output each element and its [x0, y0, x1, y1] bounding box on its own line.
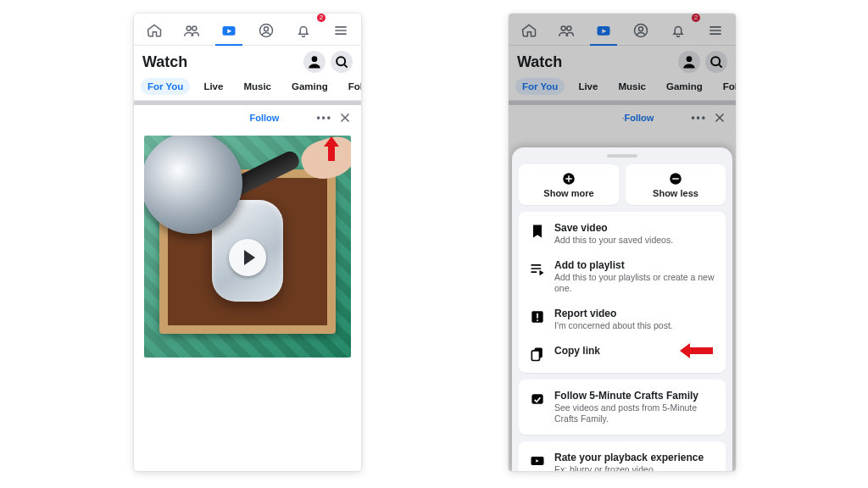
annotation-arrow-to-more — [324, 136, 339, 162]
nav-friends[interactable] — [548, 15, 585, 45]
tab-gaming[interactable]: Gaming — [659, 78, 709, 95]
option-add-to-playlist[interactable]: Add to playlistAdd this to your playlist… — [519, 252, 726, 301]
tab-following[interactable]: Following — [342, 78, 361, 95]
watch-tabs: For You Live Music Gaming Following — [134, 75, 361, 101]
nav-home[interactable] — [510, 15, 548, 45]
nav-profile[interactable] — [248, 15, 285, 45]
option-rate-playback[interactable]: Rate your playback experienceEx: blurry … — [519, 445, 726, 471]
friends-icon — [183, 22, 200, 39]
hamburger-icon — [707, 22, 724, 39]
svg-rect-18 — [537, 319, 538, 321]
annotation-arrow-to-copylink — [680, 343, 714, 358]
svg-point-8 — [567, 26, 571, 30]
hamburger-icon — [332, 22, 349, 39]
follow-link[interactable]: Follow — [625, 113, 654, 123]
report-icon — [529, 308, 546, 325]
bookmark-icon — [529, 223, 546, 240]
bell-icon — [295, 22, 312, 39]
show-less-button[interactable]: Show less — [626, 164, 726, 205]
option-report-video[interactable]: Report videoI'm concerned about this pos… — [519, 301, 726, 338]
phone-right-options-sheet: 2 Watch For You Live Music Gaming Follow… — [509, 14, 736, 471]
minus-circle-icon — [668, 171, 683, 186]
svg-point-13 — [711, 57, 720, 65]
copy-icon — [529, 346, 546, 363]
nav-notifications[interactable]: 2 — [659, 15, 697, 45]
profile-shortcut-button[interactable] — [678, 51, 700, 73]
page-title: Watch — [517, 53, 673, 71]
post-more-button[interactable]: ••• — [313, 112, 336, 124]
svg-point-6 — [337, 57, 345, 65]
search-icon — [708, 53, 725, 70]
option-copy-link[interactable]: Copy link — [519, 338, 726, 369]
nav-home[interactable] — [136, 15, 173, 45]
page-title: Watch — [142, 53, 298, 71]
nav-menu[interactable] — [697, 15, 734, 45]
home-icon — [520, 22, 537, 39]
svg-point-1 — [192, 26, 197, 30]
tab-live[interactable]: Live — [197, 78, 230, 95]
title-row: Watch — [134, 46, 361, 75]
svg-point-0 — [186, 26, 191, 30]
playlist-icon — [529, 260, 546, 277]
follow-page-icon — [529, 391, 546, 408]
options-bottom-sheet: Show more Show less Save videoAdd this t… — [512, 147, 732, 471]
tab-live[interactable]: Live — [571, 78, 604, 95]
tab-for-you[interactable]: For You — [515, 78, 565, 95]
svg-point-5 — [312, 56, 318, 62]
svg-rect-17 — [537, 313, 538, 319]
svg-rect-20 — [531, 351, 539, 361]
svg-point-7 — [561, 26, 565, 30]
top-nav: 2 — [134, 14, 361, 46]
video-icon — [529, 452, 546, 469]
tab-following[interactable]: Following — [716, 78, 736, 95]
watch-icon — [220, 22, 237, 39]
nav-menu[interactable] — [322, 15, 359, 45]
svg-point-12 — [687, 56, 693, 62]
search-icon — [333, 53, 350, 70]
nav-notifications[interactable]: 2 — [285, 15, 322, 45]
svg-point-4 — [264, 26, 269, 30]
profile-shortcut-button[interactable] — [303, 51, 326, 73]
tab-music[interactable]: Music — [611, 78, 653, 95]
nav-profile[interactable] — [622, 15, 659, 45]
friends-icon — [558, 22, 575, 39]
post-more-button[interactable]: ••• — [687, 112, 710, 124]
video-thumbnail[interactable] — [144, 136, 351, 358]
tab-for-you[interactable]: For You — [141, 78, 190, 95]
watch-icon — [595, 22, 612, 39]
nav-watch[interactable] — [210, 15, 248, 45]
post-dismiss-button[interactable] — [712, 110, 727, 125]
show-less-label: Show less — [653, 188, 698, 198]
profile-icon — [632, 22, 649, 39]
profile-icon — [258, 22, 275, 39]
option-save-video[interactable]: Save videoAdd this to your saved videos. — [519, 215, 726, 252]
post-dismiss-button[interactable] — [337, 110, 353, 125]
follow-link[interactable]: Follow — [250, 113, 280, 123]
search-button[interactable] — [705, 51, 727, 73]
person-icon — [681, 53, 698, 70]
search-button[interactable] — [331, 51, 353, 73]
show-more-button[interactable]: Show more — [519, 164, 619, 205]
sheet-grabber[interactable] — [607, 154, 637, 158]
phone-left-watch-feed: 2 Watch For You Live Music Gaming Follow… — [134, 14, 361, 471]
option-follow-page[interactable]: Follow 5-Minute Crafts FamilySee videos … — [519, 383, 726, 431]
nav-watch[interactable] — [585, 15, 622, 45]
play-icon — [229, 239, 266, 276]
home-icon — [146, 22, 163, 39]
nav-friends[interactable] — [173, 15, 210, 45]
svg-point-11 — [639, 26, 643, 30]
plus-circle-icon — [561, 171, 576, 186]
tab-gaming[interactable]: Gaming — [285, 78, 335, 95]
svg-rect-21 — [531, 394, 542, 404]
person-icon — [306, 53, 323, 70]
bell-icon — [670, 22, 687, 39]
tab-music[interactable]: Music — [236, 78, 278, 95]
show-more-label: Show more — [543, 188, 593, 198]
